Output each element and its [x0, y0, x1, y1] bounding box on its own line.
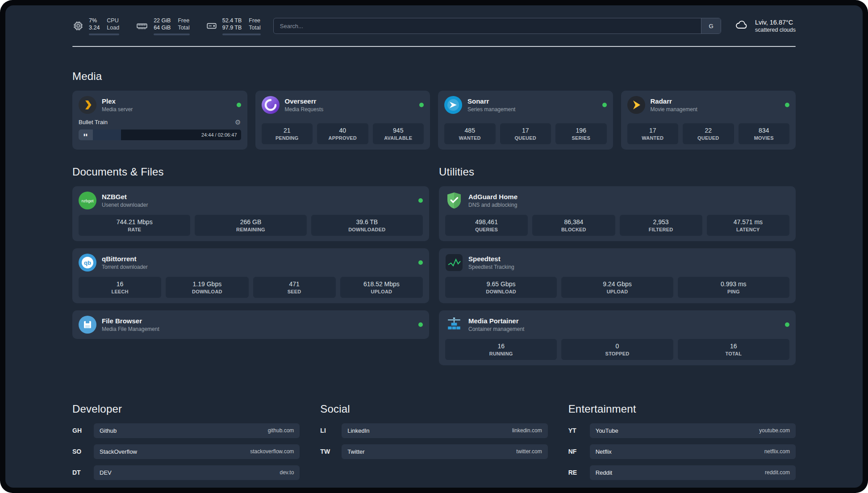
app-card-plex[interactable]: Plex Media server Bullet Train ⚙ ▮▮ 24:4…: [72, 91, 247, 150]
app-card-filebrowser[interactable]: File Browser Media File Management: [72, 310, 429, 339]
app-subtitle: Usenet downloader: [102, 202, 148, 208]
pause-icon[interactable]: ▮▮: [79, 130, 93, 140]
stat-value: 22: [684, 127, 732, 134]
ram-icon: [135, 20, 149, 32]
status-dot: [418, 198, 423, 203]
bookmark-name: Reddit: [596, 469, 613, 476]
cpu-chip-icon: [72, 20, 84, 32]
ram-usage-bar: [154, 33, 190, 35]
bookmark-link-youtube[interactable]: YouTube youtube.com: [590, 423, 796, 438]
stat-label: UPLOAD: [563, 289, 671, 294]
bookmark-name: Netflix: [596, 448, 612, 455]
search-engine-button[interactable]: G: [701, 18, 721, 33]
app-name: Sonarr: [467, 97, 515, 105]
stat-value: 744.21 Mbps: [80, 218, 188, 226]
app-name: Overseerr: [285, 97, 324, 105]
app-card-radarr[interactable]: Radarr Movie management 17 WANTED 22 QUE…: [621, 91, 796, 150]
stat-value: 498,461: [447, 218, 526, 226]
search-input[interactable]: [274, 23, 701, 29]
bookmark-url: reddit.com: [765, 469, 790, 476]
app-card-overseerr[interactable]: Overseerr Media Requests 21 PENDING 40 A…: [255, 91, 430, 150]
stat-tile: 9.65 Gbps DOWNLOAD: [445, 277, 557, 298]
stat-value: 266 GB: [196, 218, 305, 226]
stat-value: 0: [563, 343, 671, 350]
app-card-qbittorrent[interactable]: qb qBittorrent Torrent downloader 16 LEE…: [72, 248, 429, 303]
disk-total-value: 97.9 TB: [222, 24, 242, 31]
bookmark-link-github[interactable]: Github github.com: [94, 423, 300, 438]
stat-label: LATENCY: [709, 227, 788, 232]
stat-tile: 21 PENDING: [262, 123, 313, 144]
status-dot: [237, 103, 241, 107]
stat-label: SERIES: [557, 135, 605, 141]
stat-label: APPROVED: [319, 135, 367, 141]
bookmark-link-twitter[interactable]: Twitter twitter.com: [342, 444, 547, 459]
header-divider: [72, 46, 796, 47]
disk-usage-bar: [222, 33, 261, 35]
bookmark-row: YT YouTube youtube.com: [568, 423, 796, 438]
bookmark-abbr: SO: [72, 448, 87, 455]
stat-tile: 47.571 ms LATENCY: [707, 215, 789, 236]
bookmark-link-dev[interactable]: DEV dev.to: [94, 465, 300, 480]
stat-value: 834: [740, 127, 788, 134]
stat-value: 618.52 Mbps: [342, 280, 421, 288]
bookmark-name: YouTube: [596, 427, 618, 434]
qbittorrent-icon: qb: [79, 254, 96, 272]
overseerr-icon: [262, 96, 280, 114]
stat-tile: 17 QUEUED: [500, 123, 551, 144]
cpu-widget: 7% CPU 3.24 Load: [72, 17, 119, 35]
dashboard: 7% CPU 3.24 Load 22 GiB Free 64 GiB Tota…: [5, 5, 863, 488]
app-card-speedtest[interactable]: Speedtest Speedtest Tracking 9.65 Gbps D…: [439, 248, 796, 303]
seek-track[interactable]: 24:44 / 02:06:47: [93, 130, 241, 140]
seek-fill: [93, 130, 121, 140]
bookmark-abbr: RE: [568, 469, 583, 476]
section-title-utilities: Utilities: [439, 166, 796, 178]
cpu-label-2: Load: [107, 24, 119, 31]
stat-label: BLOCKED: [534, 227, 613, 232]
stat-tile: 2,953 FILTERED: [620, 215, 702, 236]
app-name: Speedtest: [468, 255, 514, 263]
stat-value: 945: [375, 127, 422, 134]
ram-label-1: Free: [178, 17, 189, 24]
app-card-portainer[interactable]: Media Portainer Container management 16 …: [439, 310, 796, 365]
bookmark-group-social: Social LI LinkedIn linkedin.com TW Twitt…: [320, 403, 547, 486]
stat-label: STOPPED: [563, 351, 671, 356]
status-dot: [419, 103, 424, 107]
bookmark-abbr: GH: [72, 427, 87, 434]
bookmark-url: github.com: [268, 427, 294, 434]
header-bar: 7% CPU 3.24 Load 22 GiB Free 64 GiB Tota…: [72, 17, 796, 35]
ram-widget: 22 GiB Free 64 GiB Total: [135, 17, 190, 35]
disk-widget: 52.4 TB Free 97.9 TB Total: [206, 17, 261, 35]
stat-value: 9.65 Gbps: [447, 280, 555, 288]
bookmark-link-stackoverflow[interactable]: StackOverflow stackoverflow.com: [94, 444, 300, 459]
stat-label: REMAINING: [196, 227, 305, 232]
media-progress-bar[interactable]: ▮▮ 24:44 / 02:06:47: [79, 130, 241, 140]
filebrowser-icon: [79, 316, 96, 334]
app-name: NZBGet: [102, 193, 148, 201]
stat-label: FILTERED: [622, 227, 701, 232]
stat-label: DOWNLOADED: [313, 227, 421, 232]
bookmark-link-reddit[interactable]: Reddit reddit.com: [590, 465, 796, 480]
cloud-icon: [734, 19, 750, 33]
stat-label: LEECH: [80, 289, 159, 294]
app-card-sonarr[interactable]: Sonarr Series management 485 WANTED 17 Q…: [438, 91, 613, 150]
svg-text:qb: qb: [84, 259, 91, 266]
bookmark-link-linkedin[interactable]: LinkedIn linkedin.com: [342, 423, 547, 438]
app-subtitle: Container management: [468, 326, 524, 332]
stat-tile: 485 WANTED: [444, 123, 496, 144]
app-subtitle: Torrent downloader: [102, 264, 148, 270]
bookmark-abbr: LI: [320, 427, 334, 434]
stat-value: 40: [319, 127, 367, 134]
stat-label: WANTED: [629, 135, 677, 141]
bookmark-url: twitter.com: [516, 448, 542, 455]
stat-tile: 16 RUNNING: [445, 339, 557, 360]
disk-free-value: 52.4 TB: [222, 17, 242, 24]
app-card-nzbget[interactable]: nzbget NZBGet Usenet downloader 744.21 M…: [72, 186, 429, 241]
app-card-adguard[interactable]: AdGuard Home DNS and adblocking 498,461 …: [439, 186, 796, 241]
stat-tile: 266 GB REMAINING: [195, 215, 306, 236]
bookmark-link-netflix[interactable]: Netflix netflix.com: [590, 444, 796, 459]
stat-label: WANTED: [446, 135, 494, 141]
stat-value: 1.19 Gbps: [167, 280, 246, 288]
stat-tile: 86,384 BLOCKED: [532, 215, 615, 236]
bookmark-name: Github: [100, 427, 117, 434]
gear-icon[interactable]: ⚙: [235, 118, 241, 126]
